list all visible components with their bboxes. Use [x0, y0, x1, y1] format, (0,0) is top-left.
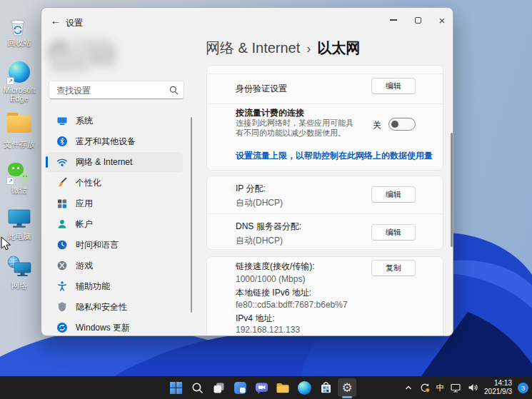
back-button[interactable]: ←	[49, 14, 62, 27]
metered-toggle[interactable]	[388, 118, 416, 131]
ip-assignment-label: IP 分配:	[236, 183, 266, 195]
update-pending-icon[interactable]	[419, 382, 431, 393]
network-internet-icon	[56, 156, 68, 168]
card-adapter-properties: 链接速度(接收/传输): 复制 1000/1000 (Mbps) 本地链接 IP…	[206, 256, 443, 336]
mouse-cursor	[0, 236, 14, 252]
auth-settings-label: 身份验证设置	[236, 83, 287, 95]
search-input[interactable]	[55, 82, 165, 99]
network-places-icon	[6, 254, 32, 280]
task-view-button[interactable]	[209, 378, 228, 397]
chat-icon	[255, 381, 268, 395]
network-tray-icon[interactable]	[450, 383, 461, 393]
sidebar-item-bluetooth[interactable]: 蓝牙和其他设备	[46, 131, 183, 151]
sidebar-item-personalization[interactable]: 个性化	[46, 173, 183, 193]
file-explorer-button[interactable]	[273, 378, 292, 397]
sidebar-item-apps[interactable]: 应用	[46, 193, 183, 213]
sidebar-item-network-internet[interactable]: 网络 & Internet	[46, 152, 183, 172]
system-icon	[56, 115, 68, 126]
file-explorer-icon	[276, 381, 290, 395]
close-button[interactable]: ×	[434, 14, 450, 26]
divider	[207, 103, 443, 104]
desktop-icon-label: Microsoft Edge	[0, 86, 39, 103]
start-icon	[169, 381, 183, 395]
sidebar-item-accounts[interactable]: 帐户	[46, 214, 183, 234]
dns-edit-button[interactable]: 编辑	[371, 224, 416, 241]
store-icon	[319, 381, 333, 395]
dns-assignment-label: DNS 服务器分配:	[236, 221, 301, 233]
search-icon	[169, 86, 179, 95]
auth-edit-button[interactable]: 编辑	[371, 78, 416, 94]
desktop-icon-network[interactable]: 网络	[0, 254, 39, 290]
sidebar-item-time-language[interactable]: 时间和语言	[46, 235, 183, 255]
card-connection-settings: 身份验证设置 编辑 按流量计费的连接 连接到此网络时，某些应用可能具有不同的功能…	[206, 65, 443, 171]
minimize-button[interactable]	[386, 14, 401, 26]
copy-button[interactable]: 复制	[371, 260, 416, 276]
desktop-icon-wechat[interactable]: ↗ 微信	[0, 161, 39, 194]
apps-icon	[56, 198, 68, 209]
widgets-button[interactable]	[231, 378, 249, 397]
desktop-icon-label: 网络	[0, 281, 39, 290]
notification-badge[interactable]: 3	[518, 383, 528, 393]
data-limit-link[interactable]: 设置流量上限，以帮助控制在此网络上的数据使用量	[236, 150, 433, 162]
tray-chevron-up-icon[interactable]	[403, 383, 413, 392]
bluetooth-icon	[56, 136, 68, 147]
settings-taskbar-button[interactable]: ⚙	[338, 378, 356, 397]
tray-date: 2021/9/3	[484, 388, 512, 396]
breadcrumb-parent[interactable]: 网络 & Internet	[206, 40, 300, 56]
search-icon	[191, 381, 204, 395]
maximize-button[interactable]	[410, 14, 426, 26]
card-ip-dns: IP 分配: 自动(DHCP) 编辑 DNS 服务器分配: 自动(DHCP) 编…	[206, 176, 443, 250]
ipv4-label: IPv4 地址:	[236, 313, 275, 325]
volume-icon[interactable]	[467, 382, 478, 393]
sidebar-item-windows-update[interactable]: Windows 更新	[46, 318, 183, 336]
link-speed-value: 1000/1000 (Mbps)	[236, 274, 305, 284]
taskbar-center: ⚙	[166, 378, 356, 397]
dns-assignment-value: 自动(DHCP)	[236, 235, 283, 247]
taskbar: ⚙ 中 14:13 2021/9/3 3	[0, 376, 532, 399]
desktop-icon-recycle-bin[interactable]: 回收站	[0, 14, 39, 47]
sidebar-item-gaming[interactable]: 游戏	[46, 256, 183, 276]
sidebar-item-label: 系统	[76, 115, 93, 127]
ip-edit-button[interactable]: 编辑	[371, 186, 416, 203]
ipv6-value: fe80::cd5a:bdff:7687:b6eb%7	[236, 300, 348, 310]
system-tray: 中 14:13 2021/9/3 3	[403, 376, 528, 399]
sidebar-item-label: 帐户	[76, 218, 93, 231]
selected-accent-bar	[46, 156, 48, 168]
divider	[207, 213, 443, 214]
store-button[interactable]	[316, 378, 335, 397]
clock[interactable]: 14:13 2021/9/3	[484, 379, 512, 396]
edge-icon: ↗	[6, 61, 32, 84]
accounts-icon	[56, 218, 68, 230]
personalization-icon	[56, 177, 68, 188]
settings-window: ← 设置 × 系统 蓝牙和其他设备 网络 & Inter	[41, 7, 453, 336]
content-scrollbar[interactable]	[451, 133, 453, 247]
desktop-icon-label: 回收站	[0, 39, 39, 47]
sidebar-item-system[interactable]: 系统	[46, 111, 183, 131]
gaming-icon	[56, 260, 68, 271]
start-button[interactable]	[166, 378, 185, 397]
chat-button[interactable]	[252, 378, 271, 397]
page-title: 以太网	[317, 40, 360, 56]
ip-assignment-value: 自动(DHCP)	[236, 197, 283, 209]
breadcrumb-separator: ›	[300, 41, 317, 56]
accessibility-icon	[56, 281, 68, 292]
breadcrumb: 网络 & Internet›以太网	[206, 39, 360, 58]
sidebar-item-label: Windows 更新	[76, 322, 130, 334]
divider	[207, 74, 443, 74]
sidebar-item-accessibility[interactable]: 辅助功能	[46, 276, 183, 296]
task-view-icon	[212, 381, 226, 395]
ipv4-value: 192.168.121.133	[236, 325, 300, 335]
sidebar-item-privacy-security[interactable]: 隐私和安全性	[46, 297, 183, 317]
privacy-security-icon	[56, 301, 68, 313]
desktop-icon-edge[interactable]: ↗ Microsoft Edge	[0, 61, 39, 103]
desktop-icon-folder[interactable]: 文件存放	[0, 113, 39, 148]
search-box[interactable]	[49, 81, 184, 99]
sidebar-item-label: 应用	[76, 198, 93, 210]
tray-time: 14:13	[484, 379, 512, 388]
sidebar-item-label: 游戏	[76, 260, 93, 272]
taskbar-edge-button[interactable]	[295, 378, 313, 397]
taskbar-search-button[interactable]	[188, 378, 206, 397]
sidebar-scrollbar[interactable]	[191, 117, 192, 313]
ime-indicator[interactable]: 中	[436, 383, 445, 393]
toggle-knob	[391, 121, 398, 128]
